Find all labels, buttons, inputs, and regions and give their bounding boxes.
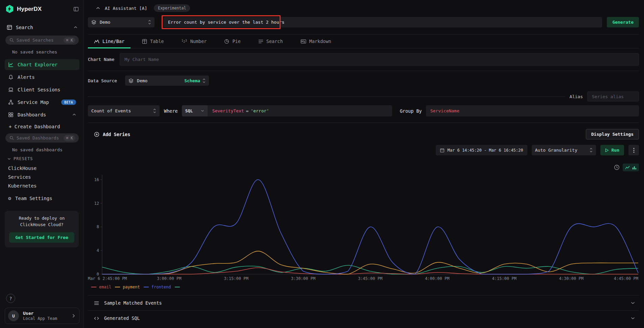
presets-toggle[interactable]: PRESETS (7, 156, 79, 161)
preset-services[interactable]: Services (8, 173, 79, 181)
ai-prompt-input[interactable] (164, 17, 602, 27)
chart-name-input[interactable] (120, 53, 639, 66)
data-source-select[interactable]: Demo Schema (125, 75, 209, 86)
alias-input[interactable] (587, 91, 639, 102)
aggregation-select[interactable]: Count of Events (88, 105, 160, 116)
add-series-row: Add Series Display Settings (88, 129, 639, 139)
legend-item-4[interactable] (175, 287, 183, 287)
time-range-picker[interactable]: Mar 6 14:45:20 - Mar 6 16:45:20 (436, 145, 527, 155)
chevron-right-icon (72, 314, 75, 318)
svg-text:12: 12 (94, 201, 99, 206)
logo-row: HyperDX (5, 5, 79, 13)
run-label: Run (612, 148, 619, 153)
sidebar-item-service-map[interactable]: Service Map BETA (5, 97, 79, 108)
svg-text:Mar 6 2:45:00 PM: Mar 6 2:45:00 PM (88, 276, 127, 281)
sidebar-item-label: Client Sessions (18, 87, 60, 92)
generated-sql-panel[interactable]: Generated SQL (88, 310, 639, 326)
group-by-label: Group By (400, 108, 422, 114)
chevron-down-icon (7, 158, 11, 160)
saved-dashboards-placeholder: Saved Dashboards (17, 135, 59, 140)
collapse-chevron-icon[interactable] (96, 7, 100, 9)
chart-type-tabs: Line/Bar Table 123 Number Pie Search (88, 35, 639, 48)
generate-button[interactable]: Generate (607, 17, 639, 27)
svg-text:1: 1 (182, 39, 183, 42)
tab-markdown[interactable]: Markdown (294, 35, 337, 48)
sidebar-item-dashboards[interactable]: Dashboards (5, 109, 79, 120)
sidebar-item-client-sessions[interactable]: Client Sessions (5, 84, 79, 95)
tab-label: Number (190, 39, 207, 44)
calendar-icon (440, 148, 445, 153)
sidebar-item-label: Service Map (18, 100, 49, 105)
svg-text:4:00:00 PM: 4:00:00 PM (425, 276, 449, 281)
granularity-select[interactable]: Auto Granularity (532, 145, 596, 155)
display-settings-button[interactable]: Display Settings (586, 129, 639, 139)
help-icon[interactable]: ? (6, 294, 15, 303)
create-dashboard-button[interactable]: + Create Dashboard (9, 124, 79, 129)
tab-number[interactable]: 123 Number (175, 35, 213, 48)
sidebar-item-alerts[interactable]: Alerts (5, 72, 79, 83)
sidebar-item-chart-explorer[interactable]: Chart Explorer (5, 59, 79, 70)
play-icon (605, 148, 609, 152)
chart-legend: email payment frontend (91, 284, 639, 290)
saved-dashboards-input[interactable]: Saved Dashboards ⌘ K (5, 133, 79, 143)
service-map-icon (8, 100, 14, 105)
alias-row: Alias (88, 91, 639, 102)
tab-search[interactable]: Search (252, 35, 289, 48)
svg-text:3:00:00 PM: 3:00:00 PM (157, 276, 181, 281)
chart-type-toggle[interactable] (623, 163, 639, 171)
sidebar-item-label: Chart Explorer (18, 62, 57, 67)
chevron-up-icon[interactable] (72, 113, 76, 116)
tab-line-bar[interactable]: Line/Bar (88, 35, 130, 48)
legend-item-frontend[interactable]: frontend (144, 285, 171, 289)
saved-searches-input[interactable]: Saved Searches ⌘ K (5, 36, 79, 45)
legend-item-email[interactable]: email (91, 285, 111, 289)
svg-text:8: 8 (97, 224, 99, 229)
updown-chevrons-icon (590, 148, 593, 153)
svg-text:3: 3 (185, 39, 187, 42)
add-series-button[interactable]: Add Series (94, 132, 130, 137)
aggregation-value: Count of Events (91, 108, 131, 113)
schema-link[interactable]: Schema (184, 78, 200, 83)
clock-icon[interactable] (614, 165, 620, 170)
get-started-button[interactable]: Get Started for Free (9, 232, 74, 243)
run-button[interactable]: Run (600, 145, 624, 155)
more-options-button[interactable] (628, 145, 639, 155)
panel-title: Sample Matched Events (104, 300, 162, 306)
series-query-row: Count of Events Where SQL SeverityText='… (88, 105, 639, 116)
user-menu[interactable]: U User Local App Team (5, 308, 79, 324)
time-range-value: Mar 6 14:45:20 - Mar 6 16:45:20 (448, 148, 523, 153)
chevron-up-icon[interactable] (74, 26, 77, 29)
svg-text:4:30:00 PM: 4:30:00 PM (559, 276, 583, 281)
chart-area[interactable]: 0481216Mar 6 2:45:00 PM3:00:00 PM3:15:00… (88, 173, 639, 282)
tab-pie[interactable]: Pie (218, 35, 246, 48)
alias-divider-line (88, 96, 565, 97)
code-icon (94, 316, 99, 321)
granularity-value: Auto Granularity (535, 148, 577, 153)
sidebar-item-team-settings[interactable]: ⚙ Team Settings (5, 193, 79, 204)
preset-kubernetes[interactable]: Kubernetes (8, 181, 79, 190)
bar-chart-icon (632, 166, 637, 170)
updown-chevrons-icon (202, 78, 206, 83)
sidebar-collapse-icon[interactable] (73, 6, 79, 12)
where-expression-input[interactable]: SeverityText='error' (208, 108, 274, 113)
add-series-label: Add Series (103, 132, 130, 137)
sample-matched-events-panel[interactable]: Sample Matched Events (88, 295, 639, 310)
presets-label: PRESETS (14, 156, 33, 161)
chart-explorer-icon (8, 62, 14, 67)
svg-text:4:15:00 PM: 4:15:00 PM (492, 276, 516, 281)
preset-clickhouse[interactable]: ClickHouse (8, 164, 79, 173)
group-by-input[interactable]: ServiceName (426, 105, 639, 116)
number-123-icon: 123 (182, 39, 187, 44)
tab-table[interactable]: Table (136, 35, 170, 48)
clickhouse-cloud-card: Ready to deploy on ClickHouse Cloud? Get… (5, 211, 79, 247)
svg-text:4: 4 (97, 248, 99, 253)
source-select[interactable]: Demo (88, 17, 154, 27)
data-source-value: Demo (137, 78, 147, 83)
sidebar-section-search[interactable]: Search (5, 23, 79, 31)
tab-label: Markdown (309, 39, 331, 44)
svg-text:16: 16 (94, 177, 99, 182)
group-by-value: ServiceName (430, 108, 459, 113)
language-value: SQL (185, 108, 193, 113)
language-select[interactable]: SQL (182, 105, 208, 116)
legend-item-payment[interactable]: payment (115, 285, 140, 289)
